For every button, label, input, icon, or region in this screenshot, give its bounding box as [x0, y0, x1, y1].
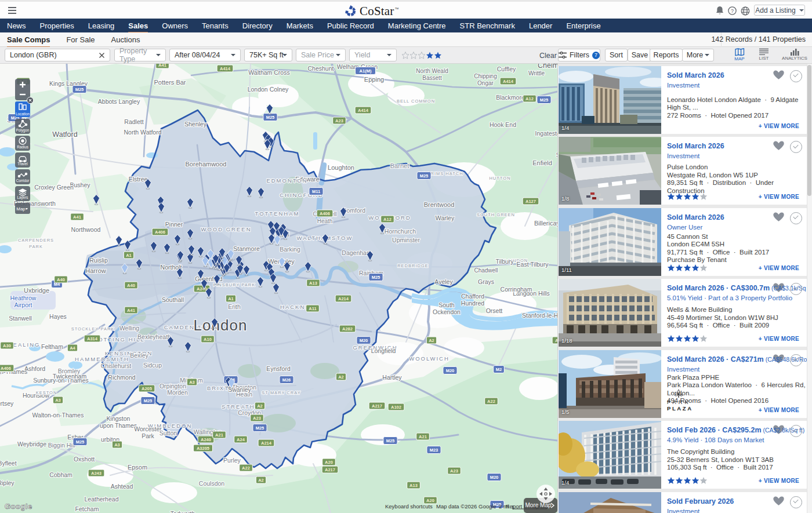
svg-text:A2: A2: [257, 403, 263, 409]
svg-text:A21: A21: [215, 432, 223, 438]
svg-text:A11: A11: [309, 306, 316, 311]
svg-text:Uxbridge: Uxbridge: [24, 287, 49, 294]
svg-text:Purley: Purley: [223, 457, 241, 464]
svg-text:Hornchurch: Hornchurch: [385, 228, 416, 235]
svg-text:A406: A406: [320, 211, 330, 216]
svg-text:Epping: Epping: [364, 76, 384, 83]
svg-text:Kingston: Kingston: [107, 415, 130, 422]
svg-text:Watford: Watford: [52, 130, 77, 139]
svg-text:Coulsdon: Coulsdon: [199, 480, 225, 487]
svg-text:Barnet: Barnet: [390, 162, 409, 169]
svg-text:M25: M25: [266, 115, 275, 120]
svg-text:Harrow: Harrow: [85, 267, 106, 274]
svg-text:A22: A22: [487, 399, 495, 404]
svg-text:Writtle: Writtle: [528, 70, 545, 77]
svg-text:A12: A12: [383, 217, 392, 222]
svg-text:M25: M25: [256, 425, 264, 431]
svg-text:SOUTH GREEN: SOUTH GREEN: [477, 212, 515, 217]
svg-text:Potters Bar: Potters Bar: [154, 79, 186, 86]
svg-text:PARK: PARK: [667, 399, 691, 405]
svg-text:TOTTENHAM: TOTTENHAM: [255, 210, 300, 217]
svg-text:Grays: Grays: [478, 278, 494, 285]
svg-text:Walton-on-Thames: Walton-on-Thames: [32, 412, 84, 419]
svg-text:Chislehurst: Chislehurst: [101, 362, 132, 369]
svg-text:REDBRIDGE: REDBRIDGE: [397, 263, 429, 268]
svg-text:M25: M25: [540, 97, 549, 103]
svg-text:Northwood: Northwood: [71, 226, 101, 233]
svg-text:A3: A3: [114, 442, 120, 447]
svg-text:upon Thames: upon Thames: [100, 422, 137, 429]
svg-text:A282: A282: [342, 326, 353, 332]
svg-text:ertsey: ertsey: [0, 400, 14, 407]
svg-text:Heathrow: Heathrow: [10, 294, 37, 301]
svg-text:PARK: PARK: [29, 244, 43, 249]
svg-text:Blackmore: Blackmore: [496, 94, 525, 101]
svg-text:A21: A21: [419, 434, 427, 439]
svg-text:Ingatestone: Ingatestone: [535, 130, 557, 137]
svg-text:M25: M25: [372, 275, 380, 280]
svg-text:Radlett: Radlett: [124, 118, 143, 125]
svg-text:Fetcham: Fetcham: [75, 505, 99, 512]
svg-text:Aveley: Aveley: [434, 278, 453, 285]
svg-text:Waltham Cross: Waltham Cross: [248, 69, 289, 76]
svg-text:A406: A406: [155, 230, 165, 235]
svg-text:A23: A23: [335, 118, 343, 123]
svg-text:London Colney: London Colney: [248, 86, 289, 93]
svg-text:EDMONTON: EDMONTON: [266, 177, 307, 184]
svg-text:Worcester: Worcester: [134, 425, 162, 432]
svg-text:Chipping: Chipping: [474, 73, 496, 79]
svg-text:Heath: Heath: [317, 218, 333, 224]
svg-text:A214: A214: [261, 441, 272, 446]
svg-text:Pinner: Pinner: [165, 221, 183, 228]
svg-text:Cobham: Cobham: [49, 471, 72, 478]
svg-text:WOOD GREEN: WOOD GREEN: [201, 226, 251, 232]
svg-text:A314: A314: [87, 336, 98, 341]
svg-text:Chelmsford: Chelmsford: [538, 64, 557, 70]
svg-text:Ockendon: Ockendon: [433, 308, 461, 315]
svg-text:Location: Location: [16, 112, 30, 116]
svg-text:Bexleyheath: Bexleyheath: [137, 333, 171, 340]
svg-text:Billericay: Billericay: [534, 220, 557, 227]
svg-text:A1(M): A1(M): [360, 68, 372, 74]
svg-text:Stanford-le-Hope: Stanford-le-Hope: [522, 312, 557, 319]
svg-text:Biggin Hill: Biggin Hill: [48, 442, 75, 449]
svg-text:Feltham: Feltham: [41, 343, 63, 350]
svg-text:A40: A40: [57, 277, 65, 282]
svg-text:M25: M25: [420, 173, 429, 179]
svg-text:Longfield: Longfield: [371, 347, 396, 354]
svg-text:A217: A217: [372, 403, 382, 409]
svg-text:Ripley: Ripley: [0, 479, 14, 486]
svg-text:ST MARY CRAY: ST MARY CRAY: [262, 390, 300, 395]
svg-text:Map: Map: [16, 206, 26, 212]
svg-text:Richmond: Richmond: [108, 374, 135, 381]
svg-text:Eynsford: Eynsford: [266, 365, 291, 372]
svg-text:Barking: Barking: [280, 246, 300, 253]
svg-text:PLAZA: PLAZA: [667, 405, 693, 412]
svg-text:M20: M20: [446, 368, 455, 373]
svg-text:M25: M25: [76, 439, 85, 445]
svg-text:EALING: EALING: [13, 341, 41, 348]
svg-text:Google: Google: [5, 502, 32, 511]
svg-text:Radius: Radius: [17, 145, 28, 149]
svg-text:A2: A2: [258, 478, 264, 483]
svg-text:A414: A414: [358, 108, 369, 113]
svg-text:Ashtead: Ashtead: [111, 483, 133, 490]
svg-text:Chafford: Chafford: [461, 293, 484, 300]
svg-text:WOOLWICH: WOOLWICH: [409, 355, 449, 362]
svg-text:Upminster: Upminster: [392, 237, 420, 243]
svg-text:M2: M2: [496, 367, 502, 372]
svg-text:North Weald: North Weald: [416, 68, 448, 74]
svg-text:A127: A127: [525, 199, 536, 204]
svg-text:Epsom: Epsom: [128, 464, 147, 471]
svg-text:A406: A406: [1, 366, 11, 371]
svg-text:Sutton: Sutton: [160, 430, 177, 436]
svg-text:KESTON: KESTON: [36, 390, 57, 395]
svg-text:Stanmore: Stanmore: [233, 245, 260, 252]
svg-text:A41: A41: [127, 308, 135, 313]
svg-text:A3: A3: [55, 398, 61, 403]
svg-text:st Byfleet: st Byfleet: [0, 460, 17, 467]
svg-text:Airport: Airport: [14, 301, 32, 308]
svg-text:Sidcup: Sidcup: [143, 362, 162, 369]
svg-text:Loughton: Loughton: [328, 164, 354, 171]
svg-text:A1: A1: [228, 296, 234, 301]
